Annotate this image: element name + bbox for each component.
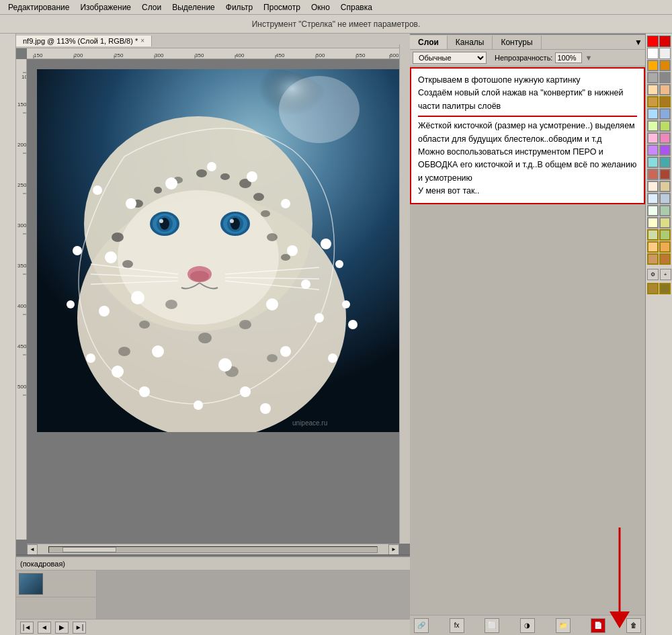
layer-link-btn[interactable]: 🔗 <box>414 618 429 633</box>
swatch-28[interactable] <box>659 193 671 204</box>
opacity-input[interactable] <box>555 52 582 63</box>
layer-mask-btn[interactable]: ⬜ <box>485 618 499 633</box>
swatch-14[interactable] <box>659 108 671 120</box>
swatch-4[interactable] <box>659 48 671 59</box>
swatch-5[interactable] <box>647 60 659 71</box>
layer-folder-btn[interactable]: 📁 <box>556 618 571 633</box>
swatch-30[interactable] <box>659 205 671 216</box>
swatch-31[interactable] <box>647 217 659 228</box>
tab-channels[interactable]: Каналы <box>448 36 493 49</box>
menu-help[interactable]: Справка <box>335 1 378 13</box>
menu-layers[interactable]: Слои <box>136 1 167 13</box>
timeline-panel: (покадровая) |◄ ◄ ▶ ►| <box>16 556 410 635</box>
swatch-16[interactable] <box>659 120 671 132</box>
swatch-25[interactable] <box>647 181 659 192</box>
menu-view[interactable]: Просмотр <box>258 1 306 13</box>
blend-mode-select[interactable]: Обычные <box>413 52 487 64</box>
svg-text:550: 550 <box>356 52 366 58</box>
svg-rect-21 <box>16 59 27 540</box>
swatch-17[interactable] <box>647 132 659 144</box>
svg-point-96 <box>99 306 110 316</box>
h-ruler: 150 200 250 300 350 400 450 500 550 600 <box>27 48 410 59</box>
menu-edit[interactable]: Редактирование <box>3 1 75 13</box>
swatch-20[interactable] <box>659 144 671 156</box>
instruction-line-4: Можно воспользоваться инструментом ПЕРО … <box>418 146 637 185</box>
layers-footer: 🔗 fx ⬜ ◑ 📁 📄 🗑 <box>410 615 645 635</box>
v-scrollbar[interactable] <box>399 44 410 544</box>
action-btn-1[interactable]: ⚙ <box>647 269 659 280</box>
menu-filter[interactable]: Фильтр <box>220 1 258 13</box>
menu-image[interactable]: Изображение <box>75 1 136 13</box>
layer-delete-btn[interactable]: 🗑 <box>626 618 641 633</box>
swatch-11[interactable] <box>647 96 659 108</box>
swatch-10[interactable] <box>659 84 671 95</box>
timeline-play-btn[interactable]: ▶ <box>55 622 69 634</box>
right-container: Открываем в фотошопе нужную картинку Соз… <box>410 34 672 635</box>
document-canvas: unipeace.ru <box>27 59 399 544</box>
swatch-6[interactable] <box>659 60 671 71</box>
menu-select[interactable]: Выделение <box>167 1 220 13</box>
layer-adjustment-btn[interactable]: ◑ <box>520 618 535 633</box>
opacity-arrow[interactable]: ▼ <box>585 54 592 62</box>
tab-label: nf9.jpg @ 113% (Слой 1, RGB/8) * <box>23 37 138 45</box>
bottom-action-btns: ⚙ + <box>647 269 671 280</box>
timeline-next-btn[interactable]: ►| <box>73 622 86 634</box>
layer-style-btn[interactable]: fx <box>450 618 464 633</box>
swatch-34[interactable] <box>659 229 671 241</box>
swatch-3[interactable] <box>647 48 659 59</box>
scroll-left-btn[interactable]: ◄ <box>27 544 38 555</box>
swatch-32[interactable] <box>659 217 671 228</box>
tab-paths[interactable]: Контуры <box>493 36 541 49</box>
swatch-19[interactable] <box>647 144 659 156</box>
svg-point-107 <box>260 403 271 414</box>
tab-close-btn[interactable]: × <box>140 37 144 44</box>
swatch-22[interactable] <box>659 157 671 168</box>
swatch-18[interactable] <box>659 132 671 144</box>
instruction-box: Открываем в фотошопе нужную картинку Соз… <box>410 67 645 204</box>
swatch-21[interactable] <box>647 157 659 168</box>
swatch-2[interactable] <box>659 36 671 47</box>
swatch-27[interactable] <box>647 193 659 204</box>
swatch-b2[interactable] <box>659 283 671 294</box>
svg-text:150: 150 <box>17 101 27 108</box>
svg-text:250: 250 <box>17 182 27 188</box>
swatch-38[interactable] <box>659 253 671 265</box>
swatch-33[interactable] <box>647 229 659 241</box>
swatch-b1[interactable] <box>647 283 659 294</box>
swatch-35[interactable] <box>647 241 659 253</box>
tab-layers[interactable]: Слои <box>410 36 448 49</box>
swatch-7[interactable] <box>647 72 659 83</box>
svg-point-102 <box>321 239 331 249</box>
swatch-23[interactable] <box>647 169 659 180</box>
scroll-right-btn[interactable]: ► <box>388 544 399 555</box>
swatch-29[interactable] <box>647 205 659 216</box>
h-scroll-track[interactable] <box>48 546 378 553</box>
timeline-first-btn[interactable]: |◄ <box>20 622 34 634</box>
menu-bar: Редактирование Изображение Слои Выделени… <box>0 0 672 15</box>
svg-point-111 <box>279 76 360 143</box>
svg-point-72 <box>159 219 163 223</box>
svg-text:600: 600 <box>390 52 399 58</box>
layer-new-btn[interactable]: 📄 <box>591 618 605 633</box>
svg-point-53 <box>112 232 124 242</box>
swatch-15[interactable] <box>647 120 659 132</box>
action-btn-2[interactable]: + <box>660 269 671 280</box>
swatch-8[interactable] <box>659 72 671 83</box>
menu-window[interactable]: Окно <box>306 1 335 13</box>
document-tab[interactable]: nf9.jpg @ 113% (Слой 1, RGB/8) * × <box>16 36 152 46</box>
svg-text:350: 350 <box>195 52 204 58</box>
swatch-37[interactable] <box>647 253 659 265</box>
timeline-tracks <box>97 570 410 619</box>
swatch-36[interactable] <box>659 241 671 253</box>
timeline-prev-btn[interactable]: ◄ <box>38 622 51 634</box>
swatch-26[interactable] <box>659 181 671 192</box>
h-scrollbar[interactable]: ◄ ► <box>27 544 399 554</box>
svg-point-88 <box>287 245 298 256</box>
swatch-24[interactable] <box>659 169 671 180</box>
swatch-13[interactable] <box>647 108 659 120</box>
svg-point-106 <box>194 400 203 410</box>
swatch-1[interactable] <box>647 36 659 47</box>
swatch-9[interactable] <box>647 84 659 95</box>
layers-menu-btn[interactable]: ▼ <box>542 38 645 47</box>
swatch-12[interactable] <box>659 96 671 108</box>
